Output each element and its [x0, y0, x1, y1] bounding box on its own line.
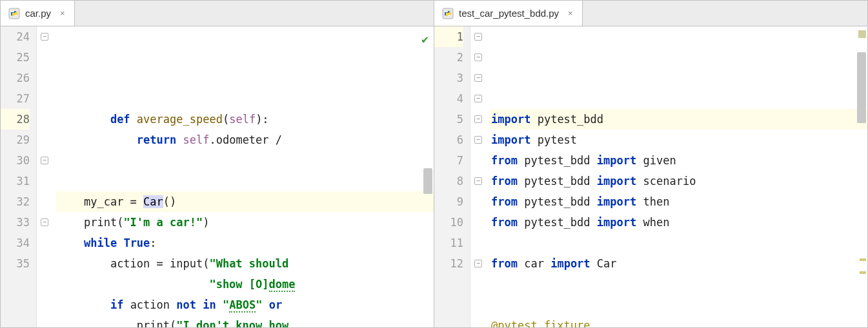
tab-car-py[interactable]: car.py × — [1, 1, 75, 26]
code-line[interactable] — [490, 274, 867, 294]
fold-column-left: −−− — [37, 26, 56, 327]
code-line[interactable]: "show [O]dome — [56, 274, 434, 294]
editor-pane-right: test_car_pytest_bdd.py × 123456789101112… — [434, 1, 867, 327]
python-file-icon — [442, 8, 454, 19]
fold-toggle-icon[interactable]: − — [474, 115, 482, 123]
line-number: 31 — [1, 171, 30, 191]
svg-point-1 — [12, 11, 13, 12]
svg-point-4 — [445, 11, 447, 12]
fold-toggle-icon[interactable]: − — [41, 218, 48, 226]
fold-toggle-icon[interactable]: − — [474, 95, 482, 102]
tab-label: car.py — [25, 8, 51, 19]
code-editor-left[interactable]: 242526272829303132333435 −−− ✔ def avera… — [1, 26, 434, 327]
line-number: 26 — [1, 68, 30, 88]
line-number: 24 — [1, 26, 30, 47]
code-line[interactable]: from pytest_bdd import then — [490, 191, 867, 212]
line-number: 11 — [434, 233, 463, 253]
line-number: 9 — [434, 191, 463, 212]
fold-toggle-icon[interactable]: − — [474, 136, 482, 144]
code-line[interactable]: def average_speed(self): — [56, 109, 434, 130]
tab-test-car-bdd[interactable]: test_car_pytest_bdd.py × — [434, 1, 583, 26]
line-number: 32 — [1, 191, 30, 212]
code-line[interactable]: import pytest_bdd — [490, 109, 867, 130]
fold-toggle-icon[interactable]: − — [474, 74, 482, 82]
code-line[interactable]: import pytest — [490, 130, 867, 150]
svg-point-5 — [449, 15, 450, 16]
line-number: 35 — [1, 253, 30, 274]
line-number: 2 — [434, 47, 463, 68]
code-line[interactable] — [490, 294, 867, 315]
tab-label: test_car_pytest_bdd.py — [459, 8, 559, 19]
line-number: 10 — [434, 212, 463, 233]
code-editor-right[interactable]: 123456789101112 −−−−−−−− import pytest_b… — [434, 26, 867, 327]
code-line[interactable]: @pytest.fixture — [490, 315, 867, 327]
fold-toggle-icon[interactable]: − — [41, 33, 48, 41]
line-number: 3 — [434, 68, 463, 88]
line-number: 1 — [434, 26, 463, 47]
code-line[interactable]: from pytest_bdd import given — [490, 150, 867, 171]
line-number: 5 — [434, 109, 463, 130]
code-line[interactable]: from pytest_bdd import when — [490, 212, 867, 233]
fold-toggle-icon[interactable]: − — [474, 177, 482, 185]
fold-toggle-icon[interactable]: − — [474, 53, 482, 61]
line-number: 28 — [1, 109, 30, 130]
tab-bar-right: test_car_pytest_bdd.py × — [434, 1, 867, 26]
fold-toggle-icon[interactable]: − — [474, 260, 482, 267]
gutter-right: 123456789101112 — [434, 26, 470, 327]
line-number: 30 — [1, 150, 30, 171]
line-number: 7 — [434, 150, 463, 171]
code-line[interactable] — [56, 171, 434, 191]
code-line[interactable] — [56, 150, 434, 171]
gutter-left: 242526272829303132333435 — [1, 26, 37, 327]
code-line[interactable]: if action not in "ABOS" or — [56, 294, 434, 315]
fold-toggle-icon[interactable]: − — [474, 33, 482, 41]
close-tab-icon[interactable]: × — [568, 8, 573, 18]
code-line[interactable]: print("I'm a car!") — [56, 212, 434, 233]
tab-bar-left: car.py × — [1, 1, 434, 26]
svg-point-2 — [15, 15, 17, 16]
line-number: 33 — [1, 212, 30, 233]
line-number: 29 — [1, 130, 30, 150]
fold-column-right: −−−−−−−− — [470, 26, 490, 327]
code-line[interactable]: from car import Car — [490, 253, 867, 274]
code-line[interactable]: return self.odometer / — [56, 130, 434, 150]
code-line[interactable] — [490, 233, 867, 253]
warning-marker — [860, 271, 866, 274]
editor-pane-left: car.py × 242526272829303132333435 −−− ✔ … — [1, 1, 434, 327]
fold-toggle-icon[interactable]: − — [41, 157, 48, 164]
warning-marker — [860, 258, 866, 261]
python-file-icon — [8, 8, 20, 19]
line-number: 27 — [1, 88, 30, 109]
code-line[interactable]: while True: — [56, 233, 434, 253]
code-area-right[interactable]: import pytest_bddimport pytestfrom pytes… — [490, 26, 867, 327]
line-number: 34 — [1, 233, 30, 253]
line-number: 25 — [1, 47, 30, 68]
code-line[interactable]: print("I don't know how — [56, 315, 434, 327]
line-number: 6 — [434, 130, 463, 150]
vertical-scrollbar[interactable] — [423, 168, 432, 194]
split-editor: car.py × 242526272829303132333435 −−− ✔ … — [1, 1, 867, 327]
vertical-scrollbar[interactable] — [857, 52, 866, 123]
close-tab-icon[interactable]: × — [60, 8, 65, 18]
code-line[interactable]: action = input("What should — [56, 253, 434, 274]
warning-marker — [858, 30, 866, 38]
code-line[interactable]: my_car = Car() — [56, 191, 434, 212]
code-line[interactable]: from pytest_bdd import scenario — [490, 171, 867, 191]
inspection-ok-icon: ✔ — [421, 29, 429, 50]
line-number: 4 — [434, 88, 463, 109]
line-number: 12 — [434, 253, 463, 274]
line-number: 8 — [434, 171, 463, 191]
code-area-left[interactable]: ✔ def average_speed(self): return self.o… — [56, 26, 434, 327]
